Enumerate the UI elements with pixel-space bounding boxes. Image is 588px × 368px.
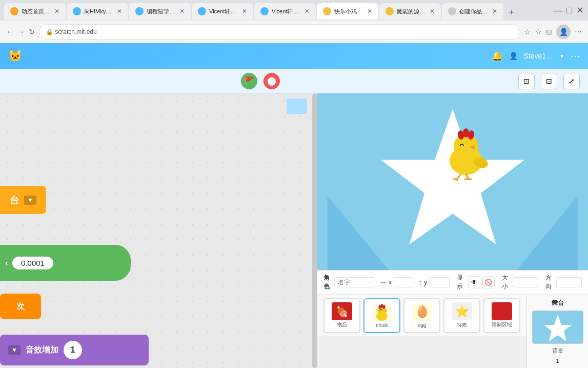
bookmark-icon[interactable]: ☆	[535, 28, 542, 36]
sprite-special-label: 特效	[457, 321, 467, 328]
tab-label-zhou: 周HIMky…	[84, 8, 114, 15]
refresh-icon[interactable]: ↻	[29, 28, 35, 36]
sprite-limit[interactable]: 限制区域	[483, 298, 520, 333]
tab-code[interactable]: 编程猫学… ✕	[129, 3, 191, 20]
tab-close-chicken[interactable]: ✕	[367, 8, 372, 15]
comparison-block[interactable]: ‹	[0, 245, 131, 281]
sprite-chick-thumbnail	[372, 303, 392, 321]
comparison-value-input[interactable]	[12, 257, 53, 269]
sprite-special-thumbnail: ⭐	[452, 302, 472, 320]
app-logo: 🐱	[8, 49, 22, 63]
play-button[interactable]: 🚩	[241, 73, 257, 89]
tab-close-zhou[interactable]: ✕	[117, 8, 122, 15]
layout-btn-2[interactable]: ⊡	[541, 73, 557, 89]
tab-label-chicken: 快乐小鸡…	[334, 8, 364, 15]
extension-icon[interactable]: ⊡	[546, 28, 552, 36]
sprite-limit-thumbnail	[492, 302, 512, 320]
tab-label-code: 编程猫学…	[147, 8, 176, 15]
repeat-label: 次	[16, 301, 25, 312]
stage-canvas	[317, 93, 588, 270]
app-header: 🐱 🔔 👤 Steve1… ▼ ⋯	[0, 43, 588, 69]
sprite-chick[interactable]: chick	[363, 298, 400, 333]
tab-vicent2[interactable]: Vicent轩… ✕	[254, 3, 316, 20]
sprite-item-thumbnail: 🍖	[332, 302, 352, 320]
stop-icon: ⬤	[267, 76, 276, 86]
tab-close-vicent2[interactable]: ✕	[305, 8, 310, 15]
y-coord-group: ↕ y	[418, 277, 450, 287]
tab-close-code[interactable]: ✕	[179, 8, 185, 15]
tab-favicon-anim	[10, 7, 18, 15]
stop-button[interactable]: ⬤	[263, 73, 280, 89]
sprite-item-物品[interactable]: 🍖 物品	[323, 298, 360, 333]
stage-bg-label: 背景	[552, 347, 563, 355]
tab-close-anim[interactable]: ✕	[54, 8, 59, 15]
header-user-avatar-icon: 👤	[509, 52, 518, 60]
show-visible-button[interactable]: 👁	[468, 276, 480, 288]
back-icon[interactable]: ←	[6, 28, 13, 36]
sound-block[interactable]: ▼ 音效增加 1	[0, 335, 149, 365]
tab-favicon-vicent1	[198, 7, 206, 15]
new-tab-button[interactable]: +	[504, 5, 519, 20]
header-more-icon[interactable]: ⋯	[571, 50, 580, 62]
username-dropdown-icon[interactable]: ▼	[559, 53, 564, 59]
tab-close-create[interactable]: ✕	[492, 8, 497, 15]
tab-favicon-code	[135, 7, 144, 15]
layout-icon-2: ⊡	[546, 77, 552, 85]
sprite-egg-label: egg	[418, 322, 427, 328]
x-coord-input[interactable]	[394, 277, 414, 287]
stage-block[interactable]: 台 ▼	[0, 186, 46, 214]
notification-bell-icon[interactable]: 🔔	[492, 50, 503, 62]
tab-close-vicent1[interactable]: ✕	[242, 8, 247, 15]
size-input[interactable]	[513, 277, 538, 287]
y-label: y	[424, 279, 427, 286]
less-than-icon: ‹	[5, 258, 8, 268]
stage-mini-canvas[interactable]	[532, 311, 583, 344]
y-coord-input[interactable]	[429, 277, 450, 287]
forward-icon[interactable]: →	[17, 28, 25, 36]
x-arrow-icon: ↔	[379, 278, 387, 286]
direction-input[interactable]	[556, 277, 582, 287]
address-text: 🔒 scratch.mit.edu	[46, 28, 97, 35]
tab-vicent1[interactable]: Vicent轩… ✕	[192, 3, 253, 20]
sprite-egg[interactable]: 🥚 egg	[403, 298, 440, 333]
show-hidden-button[interactable]: 🚫	[482, 276, 495, 288]
tab-close-magic[interactable]: ✕	[430, 8, 435, 15]
tab-label-vicent1: Vicent轩…	[209, 8, 239, 15]
sprite-special-icon: ⭐	[455, 305, 469, 318]
tab-create[interactable]: 创建你品… ✕	[442, 3, 503, 20]
direction-label: 方向	[545, 274, 552, 291]
tab-zhou[interactable]: 周HIMky… ✕	[67, 3, 128, 20]
layout-icon-1: ⊡	[523, 77, 530, 85]
sprite-special[interactable]: ⭐ 特效	[443, 298, 480, 333]
username-label: Steve1…	[524, 52, 554, 60]
svg-line-11	[457, 174, 461, 179]
close-button[interactable]: ✕	[576, 5, 584, 16]
size-label: 大小	[502, 274, 509, 291]
star-icon[interactable]: ☆	[524, 28, 531, 36]
layout-btn-1[interactable]: ⊡	[518, 73, 535, 89]
stage-block-label: 台	[10, 194, 19, 206]
address-input[interactable]: 🔒 scratch.mit.edu	[39, 24, 520, 40]
minimize-button[interactable]: —	[553, 5, 562, 16]
header-left: 🐱	[8, 49, 22, 63]
toolbar: 🚩 ⬤ ⊡ ⊡ ⤢	[0, 69, 588, 93]
maximize-button[interactable]: □	[566, 5, 572, 16]
profile-avatar[interactable]: 👤	[556, 25, 571, 39]
stage-block-dropdown-icon[interactable]: ▼	[24, 196, 36, 205]
tab-magic[interactable]: 魔能的源… ✕	[379, 3, 441, 20]
x-coord-group: ↔ x	[379, 277, 414, 287]
x-label: x	[389, 279, 392, 286]
repeat-block[interactable]: 次	[0, 294, 41, 319]
show-label: 显示	[457, 274, 463, 291]
chick-character	[438, 126, 494, 184]
scrollbar[interactable]	[312, 93, 317, 368]
sprite-label: 角色	[323, 274, 330, 291]
tab-chicken[interactable]: 快乐小鸡… ✕	[317, 3, 378, 20]
svg-point-18	[376, 312, 388, 321]
tab-anim[interactable]: 动态首页… ✕	[4, 3, 66, 20]
sound-dropdown-icon[interactable]: ▼	[8, 345, 21, 355]
sprite-name-input[interactable]	[334, 277, 375, 287]
tab-favicon-create	[448, 7, 456, 15]
fullscreen-button[interactable]: ⤢	[563, 73, 580, 89]
menu-dots-icon[interactable]: ⋯	[575, 28, 582, 36]
